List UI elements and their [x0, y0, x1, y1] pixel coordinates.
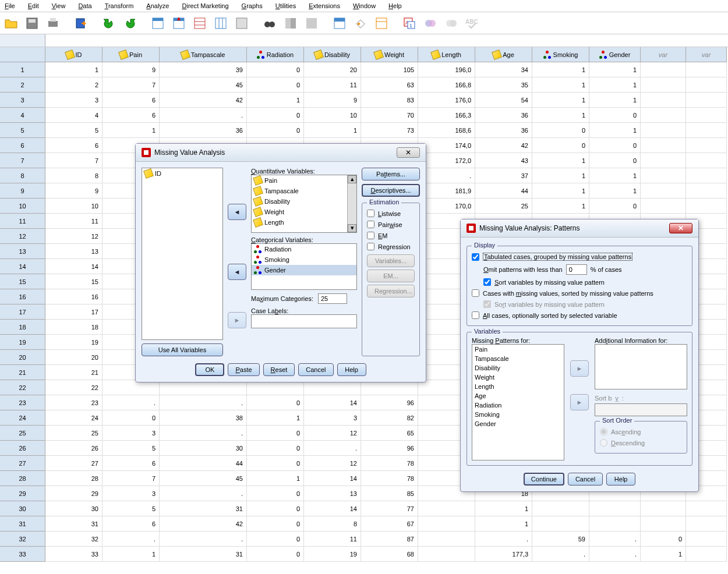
cell[interactable]: 96 — [361, 441, 418, 456]
cell[interactable]: 83 — [361, 93, 418, 108]
cell[interactable]: 6 — [103, 93, 160, 108]
row-header[interactable]: 27 — [0, 456, 45, 471]
list-item[interactable]: Tampascale — [252, 186, 356, 196]
descriptives-button[interactable]: Descriptives... — [362, 184, 420, 197]
menu-item[interactable]: View — [50, 1, 68, 10]
goto-var-icon[interactable] — [170, 15, 188, 32]
column-header[interactable]: Weight — [361, 47, 418, 62]
move-to-quant-button[interactable]: ◄ — [228, 204, 246, 220]
cell[interactable] — [641, 62, 686, 77]
cell[interactable]: 168,6 — [418, 123, 475, 138]
paste-button[interactable]: Paste — [228, 363, 259, 376]
cell[interactable]: 32 — [45, 532, 103, 547]
cell[interactable]: 4 — [45, 108, 103, 123]
column-header[interactable]: Gender — [589, 47, 641, 62]
cell[interactable]: 5 — [103, 501, 160, 516]
cell[interactable] — [589, 516, 641, 532]
cell[interactable]: 17 — [45, 304, 103, 320]
cell[interactable]: 1 — [532, 108, 589, 123]
cell[interactable]: 14 — [304, 501, 361, 516]
list-item[interactable]: Length — [472, 382, 564, 391]
cell[interactable]: 1 — [589, 183, 641, 199]
row-header[interactable]: 19 — [0, 335, 45, 350]
name-box[interactable] — [0, 34, 45, 47]
cell[interactable] — [641, 516, 686, 532]
cell[interactable]: 59 — [532, 532, 589, 547]
weight-cases-icon[interactable] — [303, 15, 320, 32]
cell[interactable]: 0 — [589, 153, 641, 168]
cell[interactable]: 18 — [45, 320, 103, 335]
cell[interactable]: 19 — [45, 335, 103, 350]
cell[interactable]: 14 — [45, 259, 103, 274]
show-all-icon[interactable]: A1 — [401, 15, 418, 32]
cell[interactable] — [641, 153, 686, 168]
list-item[interactable]: Age — [472, 391, 564, 401]
cell[interactable]: 31 — [160, 547, 247, 562]
cell[interactable]: . — [304, 441, 361, 456]
cell[interactable]: 7 — [103, 471, 160, 486]
cell[interactable]: 38 — [160, 410, 247, 426]
cell[interactable]: 13 — [45, 244, 103, 259]
cell[interactable]: 1 — [589, 77, 641, 93]
reset-button[interactable]: Reset — [263, 363, 295, 376]
cell[interactable] — [686, 77, 727, 93]
menu-item[interactable]: Transform — [103, 1, 136, 10]
cell[interactable]: 96 — [361, 395, 418, 410]
variables-icon[interactable] — [191, 15, 208, 32]
cell[interactable]: 54 — [475, 93, 532, 108]
column-header[interactable]: Disability — [304, 47, 361, 62]
cell[interactable]: 45 — [160, 77, 247, 93]
cell[interactable]: 1 — [532, 62, 589, 77]
cell[interactable]: 0 — [247, 108, 304, 123]
cell[interactable]: 1 — [641, 547, 686, 562]
list-item[interactable]: Gender — [252, 265, 356, 275]
pairwise-checkbox[interactable] — [367, 221, 374, 228]
row-header[interactable]: 24 — [0, 410, 45, 426]
cell[interactable]: 37 — [475, 168, 532, 183]
cell[interactable]: 67 — [361, 516, 418, 532]
list-item[interactable]: Smoking — [472, 410, 564, 419]
recall-icon[interactable] — [72, 15, 90, 32]
cell[interactable]: 0 — [247, 516, 304, 532]
cell[interactable]: 170,0 — [418, 199, 475, 214]
cell[interactable]: 166,8 — [418, 77, 475, 93]
cell[interactable]: 8 — [45, 168, 103, 183]
cell[interactable]: 19 — [304, 547, 361, 562]
cell[interactable]: 35 — [475, 77, 532, 93]
cell[interactable] — [418, 532, 475, 547]
row-header[interactable]: 30 — [0, 501, 45, 516]
cell[interactable]: 1 — [45, 62, 103, 77]
cell[interactable] — [686, 516, 727, 532]
cell[interactable]: 11 — [304, 532, 361, 547]
tabulated-checkbox[interactable] — [472, 253, 479, 261]
cell[interactable] — [686, 183, 727, 199]
row-header[interactable]: 18 — [0, 320, 45, 335]
menu-item[interactable]: Edit — [26, 1, 41, 10]
row-header[interactable]: 29 — [0, 486, 45, 501]
cell[interactable] — [641, 108, 686, 123]
cell[interactable]: 87 — [361, 532, 418, 547]
cell[interactable] — [641, 138, 686, 153]
cell[interactable]: 181,9 — [418, 183, 475, 199]
row-header[interactable]: 31 — [0, 516, 45, 532]
row-header[interactable]: 25 — [0, 426, 45, 441]
list-item[interactable]: Tampascale — [472, 354, 564, 363]
cell[interactable]: 1 — [247, 471, 304, 486]
cell[interactable]: 1 — [532, 153, 589, 168]
cell[interactable] — [686, 532, 727, 547]
scrollbar[interactable]: ▴ ▾ — [347, 175, 356, 232]
menu-item[interactable]: Analyze — [144, 1, 171, 10]
cell[interactable]: 1 — [532, 93, 589, 108]
move-to-labels-button[interactable]: ► — [228, 312, 246, 328]
cell[interactable]: 1 — [475, 516, 532, 532]
list-item[interactable]: Gender — [472, 419, 564, 428]
row-header[interactable]: 8 — [0, 168, 45, 183]
cell[interactable]: 44 — [475, 183, 532, 199]
cell[interactable]: 39 — [160, 62, 247, 77]
select-cases-icon[interactable] — [331, 15, 348, 32]
column-header[interactable]: Age — [475, 47, 532, 62]
menu-item[interactable]: Utilities — [273, 1, 298, 10]
cell[interactable]: 0 — [589, 199, 641, 214]
cell[interactable]: 68 — [361, 547, 418, 562]
cell[interactable]: . — [160, 426, 247, 441]
